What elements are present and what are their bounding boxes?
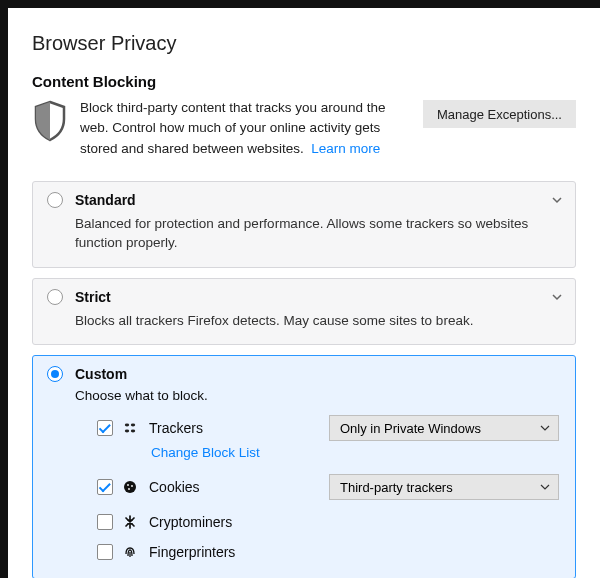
content-blocking-header: Block third-party content that tracks yo… [32,98,576,159]
chevron-down-icon[interactable] [551,194,563,206]
shield-icon [32,100,68,142]
custom-item-fingerprinters: Fingerprinters [97,544,561,560]
trackers-checkbox[interactable] [97,420,113,436]
option-standard-panel[interactable]: Standard Balanced for protection and per… [32,181,576,268]
strict-title: Strict [75,289,111,305]
manage-exceptions-button[interactable]: Manage Exceptions... [423,100,576,128]
trackers-label: Trackers [149,420,319,436]
svg-point-7 [128,489,130,491]
custom-subtitle: Choose what to block. [75,388,561,403]
cryptominers-icon [123,515,139,529]
svg-point-5 [127,485,129,487]
page-title: Browser Privacy [32,32,576,55]
fingerprinters-label: Fingerprinters [149,544,319,560]
option-strict-panel[interactable]: Strict Blocks all trackers Firefox detec… [32,278,576,346]
cryptominers-label: Cryptominers [149,514,319,530]
svg-point-1 [131,424,135,427]
svg-point-3 [131,430,135,433]
strict-description: Blocks all trackers Firefox detects. May… [75,311,561,331]
cookies-label: Cookies [149,479,319,495]
custom-title: Custom [75,366,127,382]
fingerprinters-icon [123,545,139,559]
chevron-down-icon[interactable] [551,291,563,303]
caret-down-icon [540,482,550,492]
custom-item-cookies: Cookies Third-party trackers [97,474,561,500]
strict-radio[interactable] [47,289,63,305]
svg-point-6 [131,486,133,488]
trackers-dropdown[interactable]: Only in Private Windows [329,415,559,441]
cookies-dropdown[interactable]: Third-party trackers [329,474,559,500]
standard-radio[interactable] [47,192,63,208]
standard-description: Balanced for protection and performance.… [75,214,561,253]
svg-point-2 [125,430,129,433]
trackers-icon [123,421,139,435]
svg-point-0 [125,424,129,427]
cookies-icon [123,480,139,494]
caret-down-icon [540,423,550,433]
change-block-list-row: Change Block List [151,445,561,460]
change-block-list-link[interactable]: Change Block List [151,445,260,460]
fingerprinters-checkbox[interactable] [97,544,113,560]
content-blocking-heading: Content Blocking [32,73,576,90]
svg-point-4 [124,481,136,493]
custom-item-trackers: Trackers Only in Private Windows [97,415,561,441]
custom-item-cryptominers: Cryptominers [97,514,561,530]
option-custom-panel[interactable]: Custom Choose what to block. [32,355,576,578]
cryptominers-checkbox[interactable] [97,514,113,530]
cookies-checkbox[interactable] [97,479,113,495]
learn-more-link[interactable]: Learn more [311,141,380,156]
standard-title: Standard [75,192,136,208]
content-blocking-description: Block third-party content that tracks yo… [80,98,411,159]
custom-radio[interactable] [47,366,63,382]
